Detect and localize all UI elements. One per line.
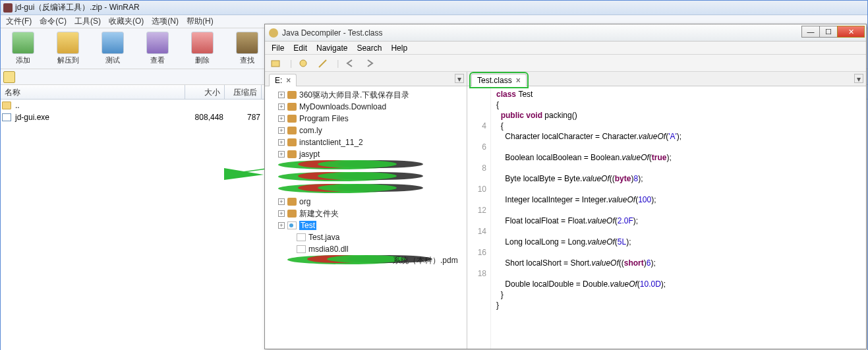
forward-icon[interactable] [364, 57, 376, 69]
tb-test[interactable]: 测试 [97, 31, 129, 66]
tb-delete[interactable]: 删除 [187, 31, 218, 66]
tree-node-label: Program Files [299, 114, 349, 123]
jd-menu-file[interactable]: File [272, 44, 284, 53]
row-size: 808,448 [185, 113, 225, 122]
jd-titlebar[interactable]: Java Decompiler - Test.class — ☐ ✕ [265, 24, 866, 42]
expand-icon[interactable]: + [278, 115, 285, 122]
tree-node[interactable] [278, 172, 465, 184]
add-icon [12, 32, 34, 54]
winrar-icon [3, 3, 13, 13]
tree-node[interactable]: +Program Files [266, 113, 465, 125]
file-icon [297, 245, 306, 253]
menu-command[interactable]: 命令(C) [40, 16, 67, 27]
pkg-icon [287, 115, 297, 123]
pkg-icon [287, 198, 297, 206]
tree-node-label: jasypt [299, 150, 320, 159]
drive-tab-label: E: [275, 76, 282, 85]
minimize-button[interactable]: — [801, 26, 820, 38]
jd-menu-edit[interactable]: Edit [293, 44, 307, 53]
wand-icon[interactable] [317, 57, 329, 69]
tree-node[interactable]: +Test [266, 219, 465, 231]
tree-node[interactable]: +新建文件夹 [266, 208, 465, 219]
tree-node-label: 360驱动大师目录.下载保存目录 [299, 90, 409, 101]
expand-icon[interactable]: + [278, 139, 285, 146]
winrar-title: jd-gui（反编译工具）.zip - WinRAR [15, 2, 140, 13]
row-name: .. [14, 101, 185, 110]
editor-tab-test[interactable]: Test.class × [471, 74, 527, 86]
tree-node[interactable]: +org [266, 196, 465, 208]
tree-node-label: instantclient_11_2 [299, 138, 363, 147]
test-icon [101, 32, 124, 54]
open-icon[interactable] [270, 57, 282, 69]
jfile-icon [287, 221, 297, 229]
up-folder-button[interactable] [3, 71, 15, 83]
tree-node-label: Test.java [308, 233, 339, 242]
package-tree[interactable]: +360驱动大师目录.下载保存目录+MyDownloads.Download+P… [265, 86, 467, 349]
menu-file[interactable]: 文件(F) [6, 16, 32, 27]
menu-favorites[interactable]: 收藏夹(O) [109, 16, 144, 27]
expand-icon[interactable]: + [278, 222, 285, 229]
close-button[interactable]: ✕ [837, 26, 865, 38]
tree-node[interactable]: +jasypt [266, 148, 465, 160]
menu-help[interactable]: 帮助(H) [187, 16, 214, 27]
tree-node[interactable] [278, 184, 465, 196]
tree-node[interactable]: +360驱动大师目录.下载保存目录 [266, 89, 465, 101]
tb-add[interactable]: 添加 [7, 31, 39, 66]
winrar-titlebar[interactable]: jd-gui（反编译工具）.zip - WinRAR [1, 1, 867, 15]
window-controls: — ☐ ✕ [802, 26, 865, 38]
find-icon [236, 32, 258, 54]
tb-extract[interactable]: 解压到 [52, 31, 84, 66]
col-size[interactable]: 大小 [185, 85, 225, 99]
code-view[interactable]: 4681012141618 class Test{ public void pa… [467, 86, 866, 349]
tree-node-label: com.ly [299, 126, 322, 135]
tree-node[interactable]: +com.ly [266, 125, 465, 136]
jd-tree-panel: E: × ▾ +360驱动大师目录.下载保存目录+MyDownloads.Dow… [265, 72, 467, 349]
jd-menu-help[interactable]: Help [391, 44, 407, 53]
svg-rect-2 [272, 61, 279, 67]
expand-icon[interactable]: + [278, 151, 285, 158]
tree-tabbar: E: × ▾ [265, 72, 467, 86]
tree-icon[interactable] [297, 57, 309, 69]
jd-menu-search[interactable]: Search [357, 44, 382, 53]
exe-icon [2, 113, 11, 121]
tree-node[interactable]: 系统（本科）.pdm [287, 255, 465, 267]
jd-editor-panel: Test.class × ▾ 4681012141618 class Test{… [467, 72, 866, 349]
view-icon [146, 32, 169, 54]
col-packed[interactable]: 压缩后 [225, 85, 262, 99]
tb-view[interactable]: 查看 [142, 31, 173, 66]
col-name[interactable]: 名称 [1, 85, 185, 99]
jd-body: E: × ▾ +360驱动大师目录.下载保存目录+MyDownloads.Dow… [265, 72, 866, 349]
tabbar-dropdown-icon[interactable]: ▾ [854, 74, 863, 83]
gutter: 4681012141618 [467, 86, 491, 349]
tree-node[interactable]: +instantclient_11_2 [266, 136, 465, 148]
expand-icon[interactable]: + [278, 92, 285, 98]
row-name: jd-gui.exe [14, 113, 185, 122]
maximize-button[interactable]: ☐ [819, 26, 838, 38]
tree-node[interactable] [278, 160, 465, 172]
tree-node-label: msdia80.dll [308, 245, 349, 254]
close-icon[interactable]: × [286, 76, 291, 85]
jd-app-icon [269, 28, 278, 38]
delete-icon [191, 32, 214, 54]
folder-icon [2, 102, 11, 109]
tree-node[interactable]: msdia80.dll [266, 243, 465, 255]
menu-tools[interactable]: 工具(S) [74, 16, 101, 27]
jd-title: Java Decompiler - Test.class [282, 28, 383, 38]
tree-node[interactable]: Test.java [266, 231, 465, 243]
pkg-icon [287, 127, 297, 134]
tree-node[interactable]: +MyDownloads.Download [266, 101, 465, 113]
tabbar-dropdown-icon[interactable]: ▾ [455, 74, 464, 83]
close-icon[interactable]: × [516, 76, 521, 85]
expand-icon[interactable]: + [278, 127, 285, 134]
expand-icon[interactable]: + [278, 198, 285, 205]
expand-icon[interactable]: + [278, 103, 285, 110]
menu-options[interactable]: 选项(N) [152, 16, 179, 27]
svg-line-4 [319, 60, 326, 67]
expand-icon[interactable]: + [278, 210, 285, 217]
tb-find[interactable]: 查找 [231, 31, 263, 66]
jd-toolbar: | | [265, 55, 866, 72]
drive-tab[interactable]: E: × [269, 74, 297, 86]
back-icon[interactable] [344, 57, 356, 69]
tree-node-label: Test [299, 221, 316, 230]
jd-menu-navigate[interactable]: Navigate [316, 44, 347, 53]
